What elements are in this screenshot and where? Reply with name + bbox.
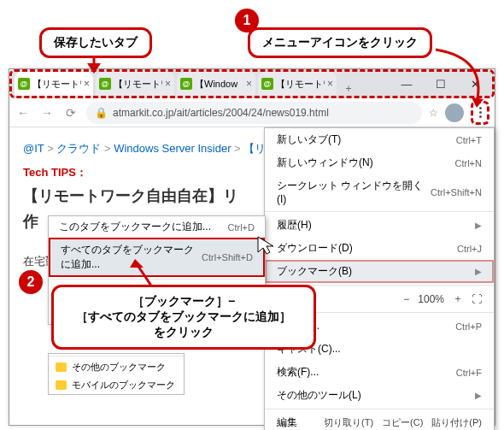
tab-close-button[interactable]: × <box>84 78 90 90</box>
edit-copy-button[interactable]: コピー(C) <box>382 416 423 429</box>
url-text: atmarkit.co.jp/ait/articles/2004/24/news… <box>113 107 329 119</box>
window-controls: ― ☐ ✕ <box>390 72 492 96</box>
window-close-button[interactable]: ✕ <box>458 72 492 96</box>
menu-item-find[interactable]: 検索(F)...Ctrl+F <box>265 361 494 384</box>
menu-item-history[interactable]: 履歴(H)▶ <box>265 214 494 237</box>
favicon-icon: @ <box>99 78 111 90</box>
callout-bookmark-all: ［ブックマーク］− ［すべてのタブをブックマークに追加］ をクリック <box>51 285 316 350</box>
tab-title: 【Window <box>195 78 243 91</box>
submenu-bookmark-all-tabs[interactable]: すべてのタブをブックマークに追加...Ctrl+Shift+D <box>49 238 265 277</box>
favicon-icon: @ <box>261 78 273 90</box>
menu-item-more-tools[interactable]: その他のツール(L)▶ <box>265 384 494 407</box>
menu-item-incognito[interactable]: シークレット ウィンドウを開く(I)Ctrl+Shift+N <box>265 174 494 209</box>
address-bar: ← → ⟳ 🔒 atmarkit.co.jp/ait/articles/2004… <box>9 98 495 127</box>
favicon-icon: @ <box>180 78 192 90</box>
menu-edit-row: 編集 切り取り(T) コピー(C) 貼り付け(P) <box>265 411 494 430</box>
submenu-bookmark-this-tab[interactable]: このタブをブックマークに追加...Ctrl+D <box>49 216 265 238</box>
callout-tabs-to-save: 保存したいタブ <box>39 27 152 58</box>
crumb-link[interactable]: クラウド <box>56 142 101 155</box>
window-minimize-button[interactable]: ― <box>390 72 424 96</box>
menu-item-downloads[interactable]: ダウンロード(D)Ctrl+J <box>265 237 494 260</box>
fullscreen-icon[interactable]: ⛶ <box>472 293 482 305</box>
browser-tab[interactable]: @ 【Window × <box>177 72 255 96</box>
zoom-in-button[interactable]: ＋ <box>453 292 463 306</box>
edit-cut-button[interactable]: 切り取り(T) <box>324 416 373 429</box>
browser-tab[interactable]: @ 【リモートワ × <box>258 72 337 96</box>
folder-item-mobile[interactable]: モバイルのブックマーク <box>49 376 184 394</box>
browser-tab[interactable]: @ 【リモートワ × <box>15 72 93 96</box>
new-tab-button[interactable]: ＋ <box>337 81 360 96</box>
folder-icon <box>56 362 67 372</box>
url-field[interactable]: 🔒 atmarkit.co.jp/ait/articles/2004/24/ne… <box>86 102 422 124</box>
tab-title: 【リモートワ <box>114 78 162 91</box>
menu-item-new-window[interactable]: 新しいウィンドウ(N)Ctrl+N <box>265 151 494 174</box>
tab-bar: @ 【リモートワ × @ 【リモートワ × @ 【Window × @ 【リモー… <box>9 69 495 98</box>
back-button[interactable]: ← <box>15 106 32 120</box>
crumb-link[interactable]: Windows Server Insider <box>114 142 231 155</box>
window-maximize-button[interactable]: ☐ <box>424 72 458 96</box>
chrome-menu-button[interactable] <box>471 101 489 125</box>
tab-close-button[interactable]: × <box>246 78 252 90</box>
zoom-value: 100% <box>418 293 444 305</box>
folder-icon <box>56 380 67 390</box>
bookmark-star-icon[interactable]: ☆ <box>429 107 438 119</box>
favicon-icon: @ <box>18 78 30 90</box>
reload-button[interactable]: ⟳ <box>62 106 79 120</box>
lock-icon: 🔒 <box>95 107 108 119</box>
menu-item-bookmarks[interactable]: ブックマーク(B)▶ <box>265 260 494 283</box>
chevron-right-icon: ▶ <box>475 267 482 276</box>
step-badge-2: 2 <box>19 270 43 294</box>
edit-paste-button[interactable]: 貼り付け(P) <box>431 416 482 429</box>
tab-title: 【リモートワ <box>276 78 325 91</box>
menu-item-new-tab[interactable]: 新しいタブ(T)Ctrl+T <box>265 128 494 151</box>
folder-item-other[interactable]: その他のブックマーク <box>49 358 184 376</box>
crumb-link[interactable]: @IT <box>23 142 44 155</box>
chevron-right-icon: ▶ <box>475 391 482 400</box>
tab-close-button[interactable]: × <box>327 78 333 90</box>
profile-avatar-icon[interactable] <box>445 103 464 122</box>
tab-close-button[interactable]: × <box>165 78 171 90</box>
browser-tab[interactable]: @ 【リモートワ × <box>96 72 174 96</box>
chrome-main-menu: 新しいタブ(T)Ctrl+T 新しいウィンドウ(N)Ctrl+N シークレット … <box>264 127 495 430</box>
forward-button[interactable]: → <box>38 106 56 120</box>
tab-title: 【リモートワ <box>32 78 81 91</box>
bookmark-folder-list: その他のブックマーク モバイルのブックマーク <box>48 353 185 395</box>
step-badge-1: 1 <box>235 9 259 32</box>
chevron-right-icon: ▶ <box>475 221 482 230</box>
callout-menu-icon: メニューアイコンをクリック <box>248 27 432 58</box>
zoom-out-button[interactable]: − <box>403 293 409 305</box>
